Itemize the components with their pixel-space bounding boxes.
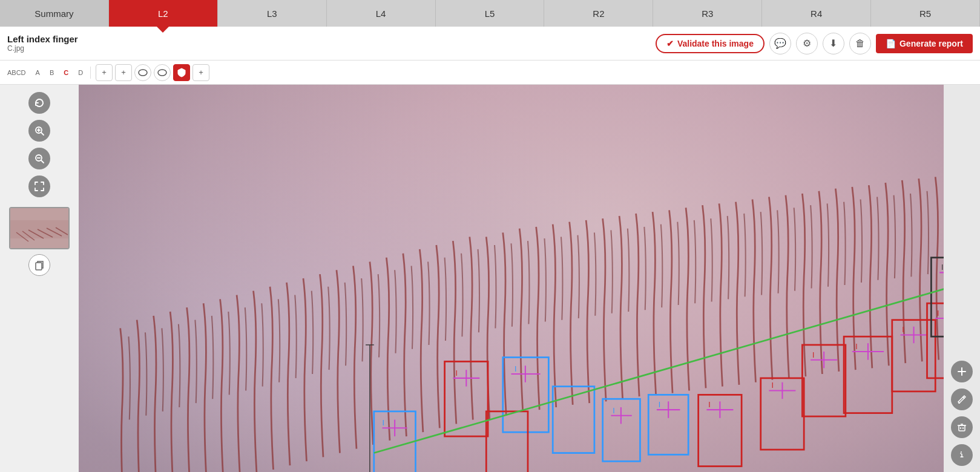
info-item-btn[interactable] bbox=[951, 444, 973, 466]
svg-text:I: I bbox=[455, 369, 457, 378]
b-label: B bbox=[50, 69, 54, 76]
comment-icon: 💬 bbox=[774, 38, 786, 49]
tool-row: ABCD A B C D + + + bbox=[0, 61, 980, 85]
page-title: Left index finger bbox=[7, 34, 656, 44]
download-button[interactable]: ⬇ bbox=[823, 33, 844, 54]
report-icon: 📄 bbox=[886, 39, 896, 48]
tab-bar: Summary L2 L3 L4 L5 R2 R3 R4 R5 bbox=[0, 0, 980, 27]
canvas-area[interactable]: 0 500 μm 1 mm 0.2 mm I I bbox=[79, 85, 944, 472]
edit-item-btn[interactable] bbox=[951, 388, 973, 410]
left-sidebar bbox=[0, 85, 79, 472]
validate-check-icon: ✔ bbox=[666, 39, 674, 48]
tab-r4[interactable]: R4 bbox=[762, 0, 871, 27]
svg-text:I: I bbox=[659, 401, 660, 409]
tool-separator bbox=[90, 67, 91, 79]
svg-rect-94 bbox=[959, 425, 965, 431]
thumbnail-image bbox=[10, 208, 68, 248]
svg-text:I: I bbox=[855, 343, 857, 351]
tab-r3[interactable]: R3 bbox=[653, 0, 762, 27]
main-area: 0 500 μm 1 mm 0.2 mm I I bbox=[0, 85, 980, 472]
settings-button[interactable]: ⚙ bbox=[796, 33, 818, 54]
shape-b-btn[interactable] bbox=[154, 64, 171, 81]
svg-text:I: I bbox=[902, 326, 904, 334]
validate-button[interactable]: ✔ Validate this image bbox=[656, 34, 765, 53]
svg-text:I: I bbox=[941, 263, 943, 272]
svg-point-99 bbox=[961, 451, 962, 453]
shape-c-btn[interactable] bbox=[173, 64, 190, 81]
a-label: A bbox=[36, 69, 40, 76]
header-actions: ✔ Validate this image 💬 ⚙ ⬇ 🗑 📄 Generate… bbox=[656, 33, 973, 54]
zoom-out-btn[interactable] bbox=[28, 148, 50, 169]
svg-text:I: I bbox=[812, 351, 814, 359]
header-info: Left index finger C.jpg bbox=[7, 34, 656, 53]
svg-text:I: I bbox=[937, 309, 939, 318]
trash-icon: 🗑 bbox=[855, 38, 865, 49]
zoom-in-btn[interactable] bbox=[28, 120, 50, 142]
svg-text:I: I bbox=[613, 407, 614, 415]
svg-point-0 bbox=[139, 70, 147, 76]
add-tool-left[interactable]: + bbox=[96, 64, 113, 81]
generate-report-button[interactable]: 📄 Generate report bbox=[876, 34, 973, 53]
header-row: Left index finger C.jpg ✔ Validate this … bbox=[0, 27, 980, 61]
svg-text:I: I bbox=[383, 419, 384, 427]
add-tool-right[interactable]: + bbox=[115, 64, 132, 81]
tab-l3[interactable]: L3 bbox=[218, 0, 327, 27]
tab-l5[interactable]: L5 bbox=[436, 0, 545, 27]
add-tool-end[interactable]: + bbox=[192, 64, 209, 81]
thumbnail-card[interactable] bbox=[9, 207, 70, 249]
add-item-btn[interactable] bbox=[951, 361, 973, 382]
comment-button[interactable]: 💬 bbox=[769, 33, 791, 54]
file-subtitle: C.jpg bbox=[7, 44, 656, 53]
svg-line-5 bbox=[41, 133, 44, 135]
delete-button[interactable]: 🗑 bbox=[849, 33, 871, 54]
d-label: D bbox=[78, 69, 83, 76]
abcd-label: ABCD bbox=[7, 69, 26, 76]
gear-icon: ⚙ bbox=[803, 38, 811, 49]
microscope-image: 0 500 μm 1 mm 0.2 mm I I bbox=[79, 85, 944, 472]
shape-a-btn[interactable] bbox=[134, 64, 151, 81]
c-label: C bbox=[64, 69, 68, 76]
download-icon: ⬇ bbox=[829, 38, 837, 49]
svg-text:I: I bbox=[515, 365, 516, 373]
tab-l2[interactable]: L2 bbox=[109, 0, 218, 27]
svg-line-8 bbox=[41, 160, 44, 163]
svg-rect-17 bbox=[36, 263, 42, 270]
svg-text:I: I bbox=[708, 401, 710, 409]
svg-point-1 bbox=[158, 70, 166, 76]
tab-summary[interactable]: Summary bbox=[0, 0, 109, 27]
delete-item-btn[interactable] bbox=[951, 416, 973, 438]
svg-text:I: I bbox=[772, 381, 774, 390]
fit-btn[interactable] bbox=[28, 175, 50, 197]
right-sidebar bbox=[944, 85, 980, 472]
tab-r2[interactable]: R2 bbox=[544, 0, 653, 27]
tab-l4[interactable]: L4 bbox=[327, 0, 436, 27]
copy-paste-button[interactable] bbox=[28, 254, 50, 276]
rotate-tool-btn[interactable] bbox=[28, 92, 50, 114]
tab-r5[interactable]: R5 bbox=[871, 0, 980, 27]
